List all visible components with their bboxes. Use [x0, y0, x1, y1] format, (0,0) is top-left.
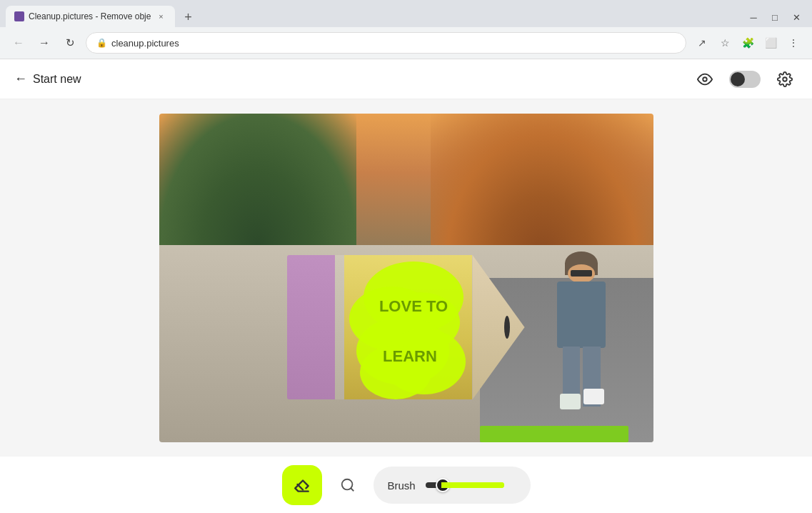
green-strip [480, 426, 628, 442]
active-tab[interactable]: Cleanup.pictures - Remove obje × [6, 6, 175, 27]
close-window-button[interactable]: ✕ [786, 7, 806, 27]
tab-bar: Cleanup.pictures - Remove obje × + ─ □ ✕ [0, 0, 812, 27]
preview-button[interactable] [692, 66, 718, 92]
svg-line-11 [351, 488, 354, 491]
start-new-label: Start new [33, 73, 81, 86]
address-text: cleanup.pictures [111, 38, 676, 49]
image-container[interactable]: LOVE TO LEARN [159, 114, 653, 442]
person [554, 251, 608, 409]
minimize-button[interactable]: ─ [743, 7, 763, 27]
lock-icon: 🔒 [96, 38, 107, 48]
forward-button[interactable]: → [34, 33, 54, 53]
brush-tool-button[interactable] [282, 465, 322, 505]
bottom-toolbar: Brush [0, 457, 812, 513]
brush-size-slider[interactable] [426, 482, 504, 488]
svg-text:LOVE TO: LOVE TO [379, 297, 447, 315]
profile-button[interactable]: ⬜ [761, 33, 781, 53]
share-button[interactable]: ↗ [692, 33, 712, 53]
menu-button[interactable]: ⋮ [783, 33, 803, 53]
back-button[interactable]: ← [9, 33, 29, 53]
toggle-thumb [731, 72, 745, 86]
search-icon [340, 477, 356, 493]
back-arrow-icon: ← [14, 71, 27, 86]
photo-scene: LOVE TO LEARN [159, 114, 653, 442]
bookmark-button[interactable]: ☆ [715, 33, 735, 53]
brush-control-panel: Brush [374, 467, 531, 504]
tab-close-button[interactable]: × [155, 11, 166, 22]
main-canvas: LOVE TO LEARN [0, 99, 812, 457]
right-shoe [583, 389, 604, 404]
new-tab-button[interactable]: + [178, 7, 198, 27]
settings-button[interactable] [772, 66, 798, 92]
maximize-button[interactable]: □ [765, 7, 785, 27]
left-shoe [560, 394, 581, 409]
person-body [557, 282, 606, 348]
pencil-eraser [287, 255, 339, 399]
brush-label: Brush [388, 479, 416, 492]
search-tool-button[interactable] [334, 471, 362, 499]
app-header: ← Start new [0, 59, 812, 99]
theme-toggle[interactable] [729, 71, 761, 88]
browser-actions: ↗ ☆ 🧩 ⬜ ⋮ [692, 33, 803, 53]
sunglasses [571, 270, 592, 277]
address-bar-row: ← → ↻ 🔒 cleanup.pictures ↗ ☆ 🧩 ⬜ ⋮ [0, 27, 812, 59]
brush-strokes-svg: LOVE TO LEARN [342, 258, 485, 408]
person-face [568, 264, 595, 283]
slider-fill [441, 482, 504, 488]
settings-icon [777, 71, 793, 87]
eraser-icon [293, 476, 311, 494]
header-right [692, 66, 798, 92]
neon-mask-overlay: LOVE TO LEARN [342, 258, 485, 411]
address-field[interactable]: 🔒 cleanup.pictures [86, 32, 686, 54]
extensions-button[interactable]: 🧩 [738, 33, 758, 53]
browser-chrome: Cleanup.pictures - Remove obje × + ─ □ ✕… [0, 0, 812, 59]
eye-icon [697, 71, 713, 87]
refresh-button[interactable]: ↻ [60, 33, 80, 53]
svg-point-0 [703, 77, 707, 81]
svg-text:LEARN: LEARN [383, 347, 437, 365]
svg-point-10 [341, 479, 352, 490]
tab-favicon [14, 11, 24, 21]
svg-point-1 [783, 77, 787, 81]
tab-title: Cleanup.pictures - Remove obje [29, 11, 151, 21]
start-new-button[interactable]: ← Start new [14, 71, 81, 86]
app-content: ← Start new [0, 59, 812, 513]
